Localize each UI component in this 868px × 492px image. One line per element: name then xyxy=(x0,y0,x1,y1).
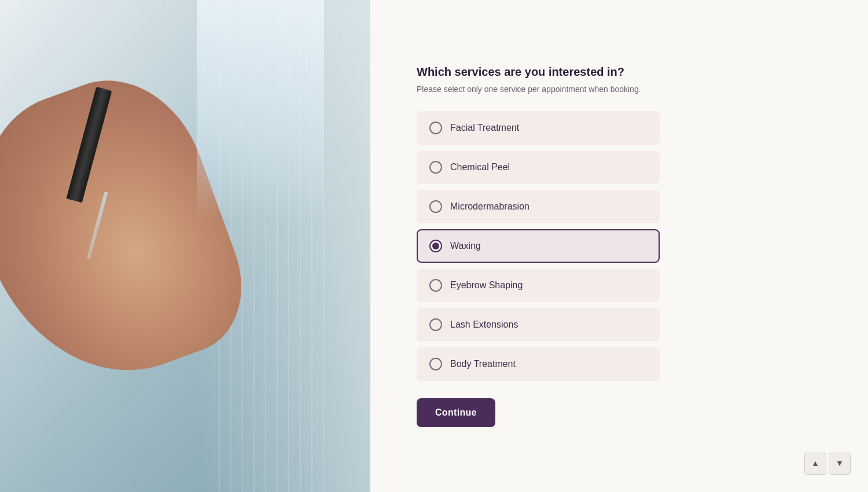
label-facial-treatment: Facial Treatment xyxy=(450,123,519,133)
option-eyebrow-shaping[interactable]: Eyebrow Shaping xyxy=(417,269,660,302)
continue-button[interactable]: Continue xyxy=(417,398,495,427)
radio-body-treatment xyxy=(429,358,442,370)
radio-eyebrow-shaping xyxy=(429,279,442,292)
option-chemical-peel[interactable]: Chemical Peel xyxy=(417,150,660,184)
window-light xyxy=(197,0,324,220)
radio-microdermabrasion xyxy=(429,200,442,213)
radio-lash-extensions xyxy=(429,318,442,331)
option-lash-extensions[interactable]: Lash Extensions xyxy=(417,308,660,342)
radio-facial-treatment xyxy=(429,122,442,134)
option-microdermabrasion[interactable]: Microdermabrasion xyxy=(417,190,660,223)
chevron-down-icon: ▼ xyxy=(836,459,844,468)
label-lash-extensions: Lash Extensions xyxy=(450,320,518,330)
photo-panel xyxy=(0,0,370,492)
label-waxing: Waxing xyxy=(450,241,481,251)
option-facial-treatment[interactable]: Facial Treatment xyxy=(417,111,660,145)
nav-down-button[interactable]: ▼ xyxy=(829,453,851,475)
label-chemical-peel: Chemical Peel xyxy=(450,162,510,172)
label-eyebrow-shaping: Eyebrow Shaping xyxy=(450,280,523,291)
label-microdermabrasion: Microdermabrasion xyxy=(450,201,529,212)
label-body-treatment: Body Treatment xyxy=(450,359,516,369)
background-image xyxy=(0,0,370,492)
nav-buttons: ▲ ▼ xyxy=(804,453,851,475)
nav-up-button[interactable]: ▲ xyxy=(804,453,826,475)
form-panel: Which services are you interested in? Pl… xyxy=(370,0,868,492)
form-container: Which services are you interested in? Pl… xyxy=(417,65,660,427)
option-waxing[interactable]: Waxing xyxy=(417,229,660,263)
question-title: Which services are you interested in? xyxy=(417,65,660,79)
radio-chemical-peel xyxy=(429,161,442,174)
question-subtitle: Please select only one service per appoi… xyxy=(417,85,660,94)
chevron-up-icon: ▲ xyxy=(811,459,819,468)
services-list: Facial Treatment Chemical Peel Microderm… xyxy=(417,111,660,381)
option-body-treatment[interactable]: Body Treatment xyxy=(417,347,660,381)
radio-waxing xyxy=(429,240,442,252)
